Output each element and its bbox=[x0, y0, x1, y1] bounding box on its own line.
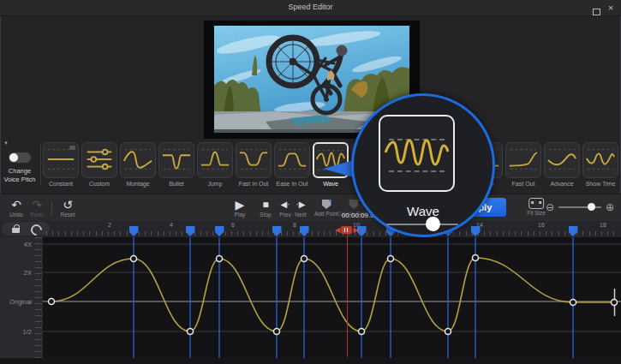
ruler-tick bbox=[127, 231, 128, 236]
ruler-tick bbox=[582, 231, 583, 236]
next-label: Next bbox=[295, 212, 306, 218]
ruler-tick bbox=[46, 231, 47, 236]
playhead-line[interactable] bbox=[347, 230, 348, 357]
stop-button[interactable]: ■ Stop bbox=[260, 198, 271, 218]
zoom-out-icon[interactable]: ⊖ bbox=[546, 201, 554, 213]
ruler-tick bbox=[65, 231, 66, 236]
zoom-slider-knob[interactable] bbox=[588, 203, 595, 211]
preset-label: Custom bbox=[81, 181, 117, 187]
keyframe-point[interactable] bbox=[274, 329, 280, 335]
zoom-in-icon[interactable]: ⊕ bbox=[606, 201, 614, 213]
keyframe-point[interactable] bbox=[570, 300, 576, 306]
preset-fast-in-out[interactable]: Fast In Out bbox=[236, 142, 272, 192]
collapse-triangle-icon[interactable]: ▼ bbox=[3, 140, 9, 146]
redo-label: Redo bbox=[30, 212, 44, 218]
magnifier-label: Wave bbox=[354, 204, 493, 218]
undo-button[interactable]: ↶ Undo bbox=[9, 198, 23, 218]
close-button[interactable]: × bbox=[605, 3, 617, 13]
preset-thumbnail[interactable] bbox=[544, 142, 580, 178]
preset-label: Montage bbox=[120, 181, 156, 187]
window-title: Speed Editor bbox=[0, 3, 621, 11]
ruler-tick bbox=[484, 231, 485, 236]
preset-thumbnail[interactable] bbox=[158, 142, 194, 178]
keyframe-point[interactable] bbox=[131, 256, 137, 262]
lock-icon[interactable] bbox=[12, 224, 20, 233]
ruler-tick bbox=[379, 231, 380, 236]
preset-advance[interactable]: Advance bbox=[544, 142, 580, 192]
preset-custom[interactable]: Custom bbox=[81, 142, 117, 192]
divider bbox=[51, 200, 52, 216]
play-button[interactable]: ▶ Play bbox=[235, 198, 246, 218]
playhead-marker[interactable]: ◀ ▶ × bbox=[335, 225, 362, 235]
magnifier-slider-track[interactable] bbox=[386, 224, 458, 225]
preset-thumbnail[interactable] bbox=[197, 142, 233, 178]
speed-label-1-2: 1/2 bbox=[23, 328, 32, 336]
keyframe-flag-marker[interactable] bbox=[300, 226, 309, 236]
speed-scale-column: 4X2XOriginal1/2 bbox=[0, 237, 44, 358]
keyframe-point[interactable] bbox=[612, 300, 618, 306]
ruler-tick bbox=[373, 231, 374, 236]
ruler-tick bbox=[459, 231, 460, 236]
montage-curve-icon bbox=[122, 143, 154, 176]
preset-thumbnail[interactable] bbox=[43, 142, 79, 178]
jump-curve-icon bbox=[199, 143, 231, 176]
preset-montage[interactable]: Montage bbox=[120, 142, 156, 192]
preset-fast-out[interactable]: Fast Out bbox=[505, 142, 541, 192]
timeline-ruler[interactable]: 24681012141618 bbox=[0, 221, 621, 237]
bullet-curve-icon bbox=[160, 143, 193, 176]
preset-show-time[interactable]: Show Time bbox=[582, 142, 618, 192]
ruler-tick bbox=[589, 231, 590, 236]
preset-thumbnail[interactable] bbox=[81, 142, 117, 178]
ease-in-out-curve-icon bbox=[276, 143, 308, 176]
speed-curve-graph[interactable] bbox=[43, 237, 621, 358]
preset-constant[interactable]: Constant bbox=[43, 142, 79, 192]
keyframe-point[interactable] bbox=[473, 255, 479, 261]
ruler-tick bbox=[607, 231, 608, 236]
show-time-curve-icon bbox=[584, 143, 617, 176]
keyframe-point[interactable] bbox=[388, 256, 394, 262]
wave-magnifier-callout: Wave bbox=[351, 93, 495, 237]
voice-pitch-label-2: Voice Pitch bbox=[0, 176, 39, 183]
reset-button[interactable]: ↺ Reset bbox=[61, 198, 75, 218]
preset-thumbnail[interactable] bbox=[120, 142, 156, 178]
speed-editor-window: Speed Editor × bbox=[0, 0, 621, 364]
keyframe-point[interactable] bbox=[359, 329, 365, 335]
prev-label: Prev bbox=[279, 212, 290, 218]
ruler-tick bbox=[250, 231, 251, 236]
ruler-tick bbox=[613, 231, 614, 236]
curve-mode-icon[interactable] bbox=[28, 222, 44, 237]
undo-icon: ↶ bbox=[9, 198, 23, 212]
preset-label: Ease In Out bbox=[274, 181, 310, 187]
preset-bullet[interactable]: Bullet bbox=[158, 142, 194, 192]
ruler-tick bbox=[287, 231, 288, 236]
ruler-tick bbox=[170, 231, 170, 236]
prev-button[interactable]: ◀· Prev bbox=[279, 198, 290, 218]
voice-pitch-toggle[interactable] bbox=[9, 152, 31, 163]
preset-thumbnail[interactable] bbox=[582, 142, 618, 178]
keyframe-flag-marker[interactable] bbox=[215, 226, 224, 236]
magnifier-slider-knob[interactable] bbox=[426, 217, 440, 231]
keyframe-flag-marker[interactable] bbox=[129, 226, 139, 236]
preset-jump[interactable]: Jump bbox=[197, 142, 233, 192]
playhead-left-chevron-icon: ◀ bbox=[335, 225, 340, 235]
preset-label: Fast In Out bbox=[236, 181, 272, 187]
fit-size-button[interactable]: Fit Size bbox=[527, 196, 546, 216]
ruler-tick bbox=[540, 231, 540, 236]
keyframe-point[interactable] bbox=[445, 329, 451, 335]
preset-ease-in-out[interactable]: Ease In Out bbox=[274, 142, 310, 192]
keyframe-point[interactable] bbox=[49, 299, 55, 305]
keyframe-point[interactable] bbox=[188, 329, 194, 335]
maximize-button[interactable] bbox=[590, 3, 602, 13]
next-button[interactable]: ·▶ Next bbox=[295, 198, 306, 218]
keyframe-point[interactable] bbox=[302, 256, 308, 262]
ruler-tick bbox=[601, 231, 602, 236]
fit-size-label: Fit Size bbox=[527, 210, 546, 216]
preset-thumbnail[interactable] bbox=[236, 142, 272, 178]
preset-thumbnail[interactable] bbox=[505, 142, 541, 178]
keyframe-point[interactable] bbox=[217, 256, 223, 262]
ruler-tick bbox=[200, 231, 201, 236]
preset-thumbnail[interactable] bbox=[274, 142, 310, 178]
preset-label: Constant bbox=[43, 181, 79, 187]
redo-button[interactable]: ↷ Redo bbox=[30, 198, 44, 218]
prev-icon: ◀· bbox=[279, 198, 290, 212]
